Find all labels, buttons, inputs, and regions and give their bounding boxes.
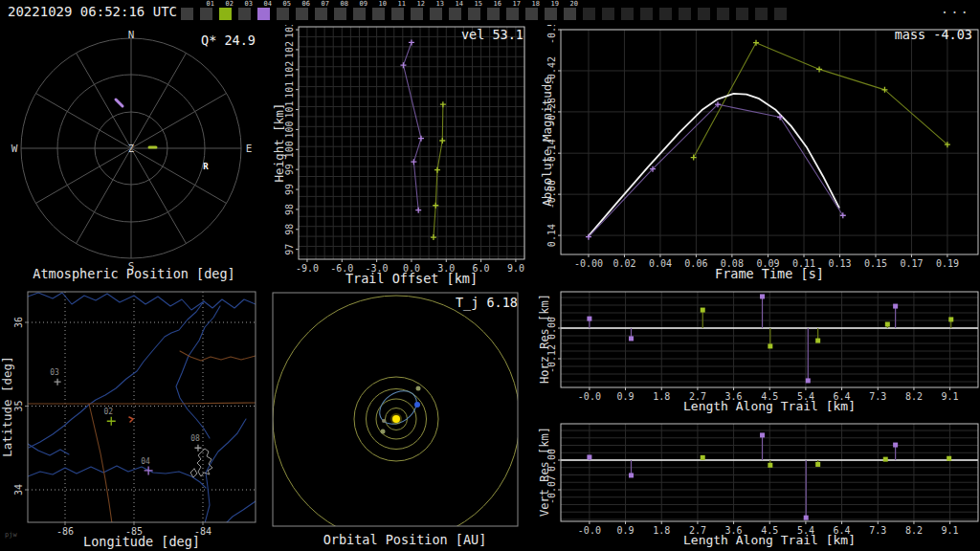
vertical-residuals-panel: -0.00.91.82.73.64.55.46.47.38.29.10.00-0… (536, 417, 980, 551)
watermark-initials: pjw (5, 531, 17, 539)
station-square-20[interactable]: 20 (564, 8, 576, 20)
station-square-blank (181, 8, 193, 20)
horizontal-residuals-panel: -0.00.91.82.73.64.55.46.47.38.29.10.00-0… (536, 283, 980, 417)
horz-xlabel: Length Along Trail [km] (655, 399, 884, 413)
station-square-05[interactable]: 05 (277, 8, 289, 20)
station-square-blank (717, 8, 729, 20)
station-square-label: 02 (225, 1, 234, 8)
station-square-label: 18 (531, 1, 541, 8)
trail-ylabel: Height [km] (273, 47, 286, 238)
station-square-label: 17 (512, 1, 522, 8)
svg-text:E: E (246, 143, 253, 155)
atmospheric-position-plot: NESWZR (0, 25, 271, 283)
velocity-value: vel 53.1 (461, 27, 523, 42)
station-square-11[interactable]: 11 (391, 8, 404, 20)
station-square-blank (736, 8, 748, 20)
station-square-13[interactable]: 13 (430, 8, 442, 20)
station-square-blank (774, 8, 787, 20)
polar-track-04 (116, 99, 122, 106)
station-square-18[interactable]: 18 (525, 8, 538, 20)
map-station-08: 08 (190, 434, 201, 452)
lightcurve-xlabel: Frame Time [s] (655, 266, 884, 281)
svg-text:0.02: 0.02 (612, 258, 635, 269)
tisserand-value: T_j 6.18 (456, 295, 518, 310)
svg-text:0.17: 0.17 (900, 258, 923, 269)
polar-plot-title: Atmospheric Position [deg] (10, 266, 258, 281)
planet-dot-1 (414, 402, 420, 408)
station-square-label: 01 (206, 1, 215, 8)
station-square-label: 14 (455, 1, 464, 8)
lightcurve-ylabel: Absolute Magnitude (541, 46, 554, 237)
light-curve-plot: -0.000.020.040.060.080.090.110.130.150.1… (536, 25, 980, 283)
station-square-15[interactable]: 15 (468, 8, 480, 20)
map-xlabel: Longitude [deg] (27, 534, 256, 549)
svg-text:W: W (11, 143, 18, 155)
svg-text:8.2: 8.2 (905, 391, 923, 402)
station-square-label: 03 (244, 1, 254, 8)
series-fit-curve (589, 94, 839, 236)
orbit-title: Orbital Position [AU] (280, 532, 529, 547)
planet-dot-3 (381, 430, 386, 434)
svg-text:9.1: 9.1 (942, 391, 959, 402)
horizontal-residuals-plot: -0.00.91.82.73.64.55.46.47.38.29.10.00-0… (536, 283, 980, 417)
svg-text:03: 03 (50, 368, 59, 377)
station-square-09[interactable]: 09 (353, 8, 366, 20)
svg-text:-0.55: -0.55 (546, 25, 557, 44)
station-square-label: 15 (474, 1, 483, 8)
station-square-label: 16 (493, 1, 502, 8)
map-station-02: 02 (103, 408, 115, 426)
sun-dot (392, 415, 400, 423)
svg-text:-0.00: -0.00 (574, 258, 603, 269)
planet-dot-0 (416, 386, 421, 391)
svg-text:0.19: 0.19 (936, 258, 959, 269)
station-square-label: 07 (321, 1, 330, 8)
planet-dot-2 (382, 419, 386, 423)
station-square-label: 09 (359, 1, 368, 8)
station-square-03[interactable]: 03 (238, 8, 251, 20)
radiant-marker: R (203, 162, 209, 171)
map-station-04: 04 (141, 457, 152, 475)
station-square-label: 19 (550, 1, 560, 8)
station-square-blank (679, 8, 691, 20)
station-square-17[interactable]: 17 (506, 8, 519, 20)
meteor-ground-track (129, 417, 133, 422)
station-square-10[interactable]: 10 (372, 8, 385, 20)
svg-text:8.2: 8.2 (905, 525, 923, 536)
svg-text:103: 103 (284, 25, 295, 38)
station-square-01[interactable]: 01 (200, 8, 212, 20)
light-curve-panel: -0.000.020.040.060.080.090.110.130.150.1… (536, 25, 980, 283)
station-square-06[interactable]: 06 (296, 8, 308, 20)
atmospheric-position-panel: NESWZR Q* 24.9 Atmospheric Position [deg… (0, 25, 271, 283)
trail-offset-panel: -9.0-6.0-3.00.03.06.09.09798989999100100… (271, 25, 536, 283)
vert-ylabel: Vert Res [km] (538, 376, 551, 551)
station-square-blank (602, 8, 614, 20)
station-square-label: 13 (435, 1, 445, 8)
svg-text:-0.0: -0.0 (578, 391, 601, 402)
svg-text:Z: Z (128, 143, 134, 154)
station-square-12[interactable]: 12 (411, 8, 423, 20)
station-square-07[interactable]: 07 (315, 8, 327, 20)
vert-xlabel: Length Along Trail [km] (655, 533, 884, 547)
station-square-blank (640, 8, 653, 20)
map-ylabel: Latitude [deg] (1, 311, 14, 502)
vertical-residuals-plot: -0.00.91.82.73.64.55.46.47.38.29.10.00-0… (536, 417, 980, 551)
station-square-19[interactable]: 19 (545, 8, 557, 20)
top-bar: 20221029 06:52:16 UTC 010203040506070809… (0, 0, 980, 25)
station-square-label: 05 (282, 1, 292, 8)
mass-value: mass -4.03 (895, 27, 972, 42)
station-square-02[interactable]: 02 (219, 8, 232, 20)
station-square-14[interactable]: 14 (449, 8, 461, 20)
ground-map-plot: 03020804-86-85-84363534 (0, 283, 271, 551)
svg-text:04: 04 (141, 457, 150, 466)
station-square-label: 10 (378, 1, 388, 8)
app-root: 20221029 06:52:16 UTC 010203040506070809… (0, 0, 980, 551)
overflow-menu-icon[interactable]: ... (941, 1, 970, 16)
orbital-position-plot (271, 283, 536, 551)
svg-text:02: 02 (103, 408, 113, 416)
station-square-16[interactable]: 16 (487, 8, 500, 20)
station-square-blank (621, 8, 634, 20)
station-square-08[interactable]: 08 (334, 8, 346, 20)
series-station-02 (431, 101, 446, 240)
station-square-04[interactable]: 04 (257, 8, 270, 20)
station-square-label: 08 (340, 1, 349, 8)
